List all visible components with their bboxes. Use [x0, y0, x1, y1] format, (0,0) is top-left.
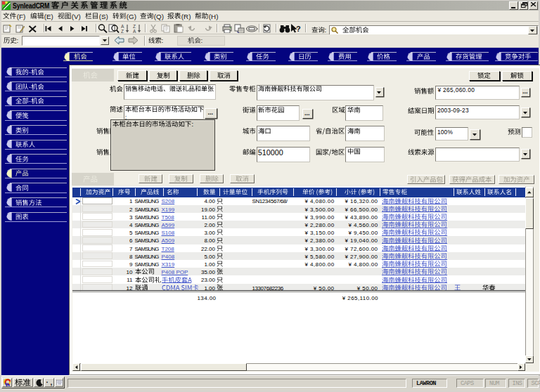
svg-text:A: A: [133, 29, 136, 34]
svg-text:?: ?: [296, 25, 301, 33]
svg-text:Z: Z: [121, 29, 124, 34]
